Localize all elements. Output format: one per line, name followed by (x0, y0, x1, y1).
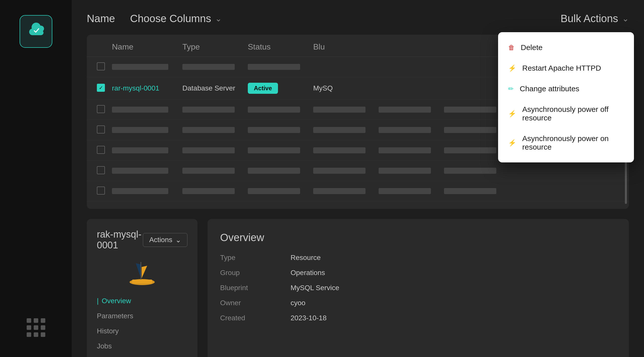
nav-link-sub-resources[interactable]: Sub-resources (97, 354, 187, 357)
placeholder (112, 147, 168, 153)
table-row (87, 181, 629, 201)
placeholder (182, 107, 235, 113)
nav-link-parameters[interactable]: Parameters (97, 308, 187, 324)
sidebar-dot (34, 332, 38, 337)
status-badge-active: Active (248, 83, 278, 94)
resource-logo (125, 258, 160, 288)
col-type: Type (182, 42, 248, 52)
placeholder (313, 188, 366, 194)
placeholder (313, 127, 366, 133)
overview-title: Overview (220, 232, 616, 244)
chevron-down-icon: ⌄ (215, 14, 222, 23)
sidebar-dot (41, 325, 45, 330)
dropdown-restart-label: Restart Apache HTTPD (522, 64, 601, 72)
overview-value-type: Resource (291, 254, 616, 262)
dropdown-item-power-off[interactable]: ⚡ Asynchronously power off resource (498, 99, 634, 128)
dropdown-item-delete[interactable]: 🗑 Delete (498, 37, 634, 58)
server-type: Database Server (182, 84, 235, 92)
nav-links: Overview Parameters History Jobs Sub-res… (97, 293, 187, 357)
nav-link-overview[interactable]: Overview (97, 293, 187, 308)
overview-value-group: Operations (291, 269, 616, 277)
sidebar-dot (34, 325, 38, 330)
row-checkbox[interactable] (97, 146, 105, 154)
row-checkbox[interactable] (97, 187, 105, 195)
nav-link-jobs[interactable]: Jobs (97, 339, 187, 354)
power-on-icon: ⚡ (508, 139, 516, 147)
placeholder (112, 64, 168, 70)
col-extra1 (379, 42, 444, 52)
placeholder (248, 107, 300, 113)
placeholder (182, 147, 235, 153)
cloud-icon (27, 22, 45, 41)
actions-button[interactable]: Actions ⌄ (143, 233, 187, 247)
row-checkbox[interactable] (97, 105, 105, 113)
placeholder (112, 188, 168, 194)
col-status: Status (248, 42, 313, 52)
row-checkbox[interactable] (97, 125, 105, 133)
column-name-label: Name (87, 13, 115, 25)
placeholder (379, 168, 431, 174)
placeholder (444, 127, 496, 133)
table-row (87, 161, 629, 181)
bulk-actions-label: Bulk Actions (560, 13, 618, 25)
top-bar: Name Choose Columns ⌄ Bulk Actions ⌄ (87, 13, 629, 25)
dropdown-item-power-on[interactable]: ⚡ Asynchronously power on resource (498, 128, 634, 157)
placeholder (248, 147, 300, 153)
placeholder (112, 168, 168, 174)
row-checkbox-selected[interactable] (97, 84, 105, 92)
sidebar-dot (27, 325, 31, 330)
overview-label-created: Created (220, 314, 291, 322)
placeholder (444, 147, 496, 153)
chevron-down-icon: ⌄ (175, 236, 181, 244)
lightning-icon: ⚡ (508, 64, 516, 72)
overview-label-group: Group (220, 269, 291, 277)
col-name: Name (112, 42, 182, 52)
col-checkbox (97, 42, 112, 52)
dropdown-power-on-label: Asynchronously power on resource (522, 134, 624, 151)
placeholder (248, 168, 300, 174)
nav-link-history[interactable]: History (97, 324, 187, 339)
main-content: Name Choose Columns ⌄ Bulk Actions ⌄ 🗑 D… (72, 0, 644, 357)
overview-value-created: 2023-10-18 (291, 314, 616, 322)
overview-label-type: Type (220, 254, 291, 262)
blueprint-text: MySQ (313, 84, 333, 92)
resource-card-name: rak-mysql-0001 (97, 229, 143, 251)
placeholder (182, 168, 235, 174)
logo-box[interactable] (20, 15, 52, 48)
sidebar-dot (41, 318, 45, 323)
placeholder (444, 188, 496, 194)
placeholder (112, 127, 168, 133)
placeholder (313, 107, 366, 113)
resource-card-header: rak-mysql-0001 Actions ⌄ (97, 229, 187, 251)
sidebar (0, 0, 72, 357)
sidebar-dot (34, 318, 38, 323)
sidebar-dot (27, 332, 31, 337)
dropdown-item-restart[interactable]: ⚡ Restart Apache HTTPD (498, 58, 634, 78)
server-name[interactable]: rar-mysql-0001 (112, 84, 159, 92)
placeholder (444, 168, 496, 174)
dropdown-delete-label: Delete (521, 43, 543, 52)
bulk-actions-button[interactable]: Bulk Actions ⌄ (560, 13, 629, 25)
placeholder (182, 64, 235, 70)
dropdown-item-change-attributes[interactable]: ✏ Change attributes (498, 78, 634, 99)
placeholder (112, 107, 168, 113)
sidebar-dot (41, 332, 45, 337)
placeholder (379, 147, 431, 153)
trash-icon: 🗑 (508, 44, 515, 52)
overview-label-owner: Owner (220, 299, 291, 307)
placeholder (379, 127, 431, 133)
dropdown-power-off-label: Asynchronously power off resource (522, 105, 624, 122)
top-bar-left: Name Choose Columns ⌄ (87, 13, 222, 25)
power-off-icon: ⚡ (508, 110, 516, 118)
placeholder (248, 188, 300, 194)
placeholder (182, 127, 235, 133)
row-checkbox[interactable] (97, 62, 105, 70)
col-blueprint: Blu (313, 42, 379, 52)
dropdown-menu: 🗑 Delete ⚡ Restart Apache HTTPD ✏ Change… (498, 32, 634, 162)
dropdown-change-attributes-label: Change attributes (520, 84, 579, 93)
resource-card: rak-mysql-0001 Actions ⌄ (87, 219, 197, 357)
placeholder (248, 64, 300, 70)
placeholder (182, 188, 235, 194)
choose-columns-button[interactable]: Choose Columns ⌄ (130, 13, 222, 25)
row-checkbox[interactable] (97, 166, 105, 174)
